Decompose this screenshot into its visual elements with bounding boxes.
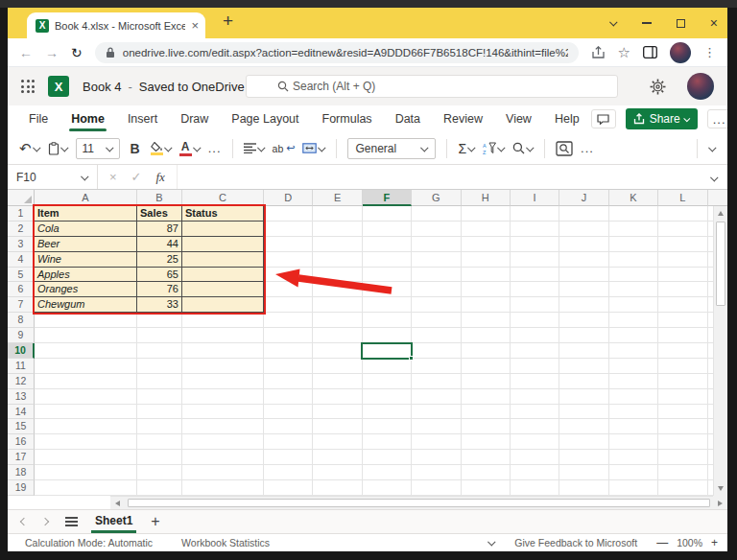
cell-C6[interactable] <box>182 282 264 297</box>
cell-E7[interactable] <box>313 297 362 313</box>
cell-I9[interactable] <box>511 328 559 343</box>
cell-F14[interactable] <box>363 405 412 420</box>
row-header-4[interactable]: 4 <box>8 252 35 268</box>
cell-D14[interactable] <box>264 405 313 420</box>
cell-B12[interactable] <box>137 374 182 389</box>
row-header-15[interactable]: 15 <box>8 419 35 434</box>
cell-E19[interactable] <box>313 480 362 496</box>
row-header-10[interactable]: 10 <box>8 343 35 359</box>
cell-D3[interactable] <box>264 237 313 252</box>
cell-D13[interactable] <box>264 389 313 405</box>
fill-handle[interactable] <box>409 356 414 361</box>
cell-E11[interactable] <box>313 359 362 374</box>
cell-I8[interactable] <box>511 313 559 328</box>
column-header-M[interactable]: M <box>708 190 727 206</box>
cell-K15[interactable] <box>609 419 658 434</box>
row-header-14[interactable]: 14 <box>8 405 35 420</box>
menu-help[interactable]: Help <box>543 105 591 132</box>
cell-I3[interactable] <box>511 237 559 252</box>
cell-C16[interactable] <box>182 434 264 450</box>
cell-G17[interactable] <box>412 450 461 465</box>
row-header-7[interactable]: 7 <box>8 297 35 313</box>
cell-L7[interactable] <box>658 297 707 313</box>
cell-K19[interactable] <box>609 480 658 496</box>
cell-B11[interactable] <box>137 359 182 374</box>
cell-F3[interactable] <box>363 237 412 252</box>
font-size-select[interactable]: 11 <box>76 138 120 159</box>
cell-G8[interactable] <box>412 313 461 328</box>
cell-F12[interactable] <box>363 374 412 389</box>
cell-E3[interactable] <box>313 237 362 252</box>
cell-F11[interactable] <box>363 359 412 374</box>
cell-L11[interactable] <box>658 359 707 374</box>
cell-I6[interactable] <box>511 282 559 297</box>
row-header-1[interactable]: 1 <box>8 206 35 222</box>
horizontal-scrollbar[interactable] <box>110 496 713 509</box>
cell-J2[interactable] <box>559 222 608 237</box>
cell-H4[interactable] <box>462 252 511 268</box>
cell-H19[interactable] <box>462 480 511 496</box>
cell-G12[interactable] <box>412 374 461 389</box>
window-chevron-icon[interactable] <box>609 18 617 26</box>
vertical-scroll-thumb[interactable] <box>716 222 725 306</box>
side-panel-icon[interactable] <box>643 46 657 58</box>
cell-G1[interactable] <box>412 206 461 222</box>
row-header-13[interactable]: 13 <box>8 389 35 405</box>
cell-L18[interactable] <box>658 465 707 480</box>
cell-J16[interactable] <box>559 434 608 450</box>
column-header-K[interactable]: K <box>609 190 658 206</box>
cell-B10[interactable] <box>137 343 182 359</box>
back-icon[interactable]: ← <box>19 45 33 60</box>
cell-G2[interactable] <box>412 222 461 237</box>
cell-H12[interactable] <box>462 374 511 389</box>
column-header-G[interactable]: G <box>412 190 461 206</box>
row-header-2[interactable]: 2 <box>8 222 35 237</box>
autosum-button[interactable]: Σ <box>458 141 475 156</box>
ribbon-overflow-button[interactable]: ... <box>581 141 594 155</box>
gear-icon[interactable] <box>650 79 666 95</box>
cell-A3[interactable]: Beer <box>35 237 137 252</box>
menu-formulas[interactable]: Formulas <box>311 105 384 132</box>
cell-J13[interactable] <box>559 389 608 405</box>
cell-K8[interactable] <box>609 313 658 328</box>
new-tab-button[interactable]: + <box>223 11 233 32</box>
cell-D15[interactable] <box>264 419 313 434</box>
clipboard-button[interactable] <box>48 142 68 155</box>
cell-C13[interactable] <box>182 389 264 405</box>
sheet-view-button[interactable] <box>556 141 573 156</box>
cell-D9[interactable] <box>264 328 313 343</box>
cell-I1[interactable] <box>511 206 559 222</box>
cell-E17[interactable] <box>313 450 362 465</box>
cell-B3[interactable]: 44 <box>137 237 182 252</box>
cell-J3[interactable] <box>559 237 608 252</box>
cell-G11[interactable] <box>412 359 461 374</box>
status-chevron-icon[interactable] <box>487 538 495 546</box>
row-header-9[interactable]: 9 <box>8 328 35 343</box>
comments-button[interactable] <box>591 109 616 128</box>
row-header-11[interactable]: 11 <box>8 359 35 374</box>
cell-E1[interactable] <box>313 206 362 222</box>
row-header-19[interactable]: 19 <box>8 480 35 496</box>
column-header-C[interactable]: C <box>182 190 264 206</box>
search-input[interactable]: Search (Alt + Q) <box>246 75 618 98</box>
cell-B5[interactable]: 65 <box>137 268 182 283</box>
cell-K11[interactable] <box>609 359 658 374</box>
cell-C10[interactable] <box>182 343 264 359</box>
cell-L4[interactable] <box>658 252 707 268</box>
cell-J18[interactable] <box>559 465 608 480</box>
cell-K6[interactable] <box>609 282 658 297</box>
alignment-button[interactable] <box>244 143 265 153</box>
cell-D6[interactable] <box>264 282 313 297</box>
cell-D11[interactable] <box>264 359 313 374</box>
cell-J19[interactable] <box>559 480 608 496</box>
cell-D10[interactable] <box>264 343 313 359</box>
formula-input[interactable] <box>177 165 702 189</box>
cell-A1[interactable]: Item <box>35 206 137 222</box>
cell-F5[interactable] <box>363 268 412 283</box>
cell-H17[interactable] <box>462 450 511 465</box>
cell-L13[interactable] <box>658 389 707 405</box>
share-icon[interactable] <box>591 46 606 59</box>
cell-B8[interactable] <box>137 313 182 328</box>
cell-L10[interactable] <box>658 343 707 359</box>
cell-G15[interactable] <box>412 419 461 434</box>
